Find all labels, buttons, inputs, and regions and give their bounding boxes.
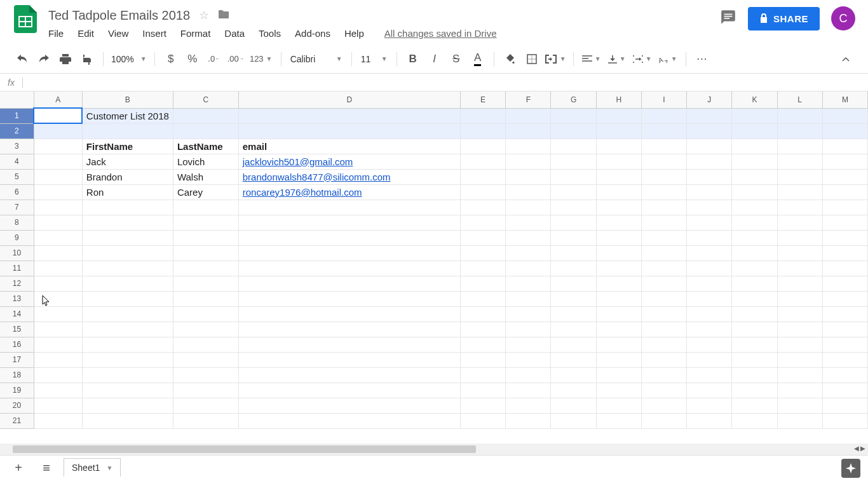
cell-C5[interactable]: Walsh <box>173 169 238 184</box>
folder-icon[interactable] <box>218 9 229 22</box>
cell-K10[interactable] <box>732 245 777 261</box>
hscroll-thumb[interactable] <box>13 445 476 453</box>
row-header-1[interactable]: 1 <box>0 108 34 123</box>
menu-data[interactable]: Data <box>224 28 245 39</box>
cell-I19[interactable] <box>641 383 686 398</box>
col-header-E[interactable]: E <box>461 92 506 108</box>
cell-A5[interactable] <box>34 169 82 184</box>
cell-B11[interactable] <box>82 261 173 276</box>
row-header-14[interactable]: 14 <box>0 306 34 322</box>
cell-I17[interactable] <box>641 352 686 367</box>
cell-C19[interactable] <box>173 383 238 398</box>
redo-button[interactable] <box>34 50 53 69</box>
cell-J5[interactable] <box>687 169 732 184</box>
cell-M21[interactable] <box>822 413 867 428</box>
cell-D21[interactable] <box>238 413 460 428</box>
row-header-21[interactable]: 21 <box>0 413 34 428</box>
cell-A10[interactable] <box>34 245 82 261</box>
cell-I10[interactable] <box>641 245 686 261</box>
cell-E7[interactable] <box>461 200 506 215</box>
cell-M9[interactable] <box>822 230 867 245</box>
cell-B14[interactable] <box>82 306 173 322</box>
cell-K17[interactable] <box>732 352 777 367</box>
cell-H3[interactable] <box>596 139 641 154</box>
cell-C4[interactable]: Lovich <box>173 154 238 169</box>
row-header-16[interactable]: 16 <box>0 337 34 352</box>
cell-M6[interactable] <box>822 184 867 200</box>
cell-J8[interactable] <box>687 215 732 230</box>
cell-H15[interactable] <box>596 322 641 337</box>
cell-B4[interactable]: Jack <box>82 154 173 169</box>
sheets-logo[interactable] <box>13 6 38 32</box>
cell-I2[interactable] <box>641 123 686 139</box>
cell-B15[interactable] <box>82 322 173 337</box>
col-header-K[interactable]: K <box>732 92 777 108</box>
cell-A13[interactable] <box>34 291 82 306</box>
cell-I21[interactable] <box>641 413 686 428</box>
dec-decrease-button[interactable]: .0← <box>205 50 224 69</box>
cell-E9[interactable] <box>461 230 506 245</box>
cell-D18[interactable] <box>238 367 460 383</box>
cell-A20[interactable] <box>34 398 82 413</box>
cell-L11[interactable] <box>777 261 822 276</box>
cell-H6[interactable] <box>596 184 641 200</box>
cell-G3[interactable] <box>551 139 596 154</box>
cell-I16[interactable] <box>641 337 686 352</box>
cell-J1[interactable] <box>687 108 732 123</box>
cell-J11[interactable] <box>687 261 732 276</box>
cell-L20[interactable] <box>777 398 822 413</box>
cell-H10[interactable] <box>596 245 641 261</box>
col-header-B[interactable]: B <box>82 92 173 108</box>
cell-L12[interactable] <box>777 276 822 291</box>
cell-I3[interactable] <box>641 139 686 154</box>
cell-F4[interactable] <box>506 154 551 169</box>
comments-icon[interactable] <box>720 9 736 28</box>
cell-B6[interactable]: Ron <box>82 184 173 200</box>
cell-M7[interactable] <box>822 200 867 215</box>
row-header-2[interactable]: 2 <box>0 123 34 139</box>
wrap-button[interactable]: ▼ <box>631 50 654 69</box>
col-header-G[interactable]: G <box>551 92 596 108</box>
cell-F18[interactable] <box>506 367 551 383</box>
cell-D9[interactable] <box>238 230 460 245</box>
cell-J17[interactable] <box>687 352 732 367</box>
cell-J18[interactable] <box>687 367 732 383</box>
cell-K4[interactable] <box>732 154 777 169</box>
cell-G13[interactable] <box>551 291 596 306</box>
cell-H19[interactable] <box>596 383 641 398</box>
cell-K9[interactable] <box>732 230 777 245</box>
avatar[interactable]: C <box>831 6 855 30</box>
cell-C18[interactable] <box>173 367 238 383</box>
cell-E11[interactable] <box>461 261 506 276</box>
cell-D5[interactable]: brandonwalsh8477@silicomm.com <box>238 169 460 184</box>
cell-B12[interactable] <box>82 276 173 291</box>
cell-H4[interactable] <box>596 154 641 169</box>
cell-F8[interactable] <box>506 215 551 230</box>
cell-L6[interactable] <box>777 184 822 200</box>
cell-A8[interactable] <box>34 215 82 230</box>
cell-K1[interactable] <box>732 108 777 123</box>
cell-I5[interactable] <box>641 169 686 184</box>
cell-D17[interactable] <box>238 352 460 367</box>
cell-J13[interactable] <box>687 291 732 306</box>
cell-K11[interactable] <box>732 261 777 276</box>
cell-L19[interactable] <box>777 383 822 398</box>
cell-F17[interactable] <box>506 352 551 367</box>
more-button[interactable]: ⋯ <box>693 50 712 69</box>
cell-B16[interactable] <box>82 337 173 352</box>
cell-E8[interactable] <box>461 215 506 230</box>
cell-G19[interactable] <box>551 383 596 398</box>
cell-J20[interactable] <box>687 398 732 413</box>
cell-H14[interactable] <box>596 306 641 322</box>
cell-I7[interactable] <box>641 200 686 215</box>
cell-M2[interactable] <box>822 123 867 139</box>
cell-M13[interactable] <box>822 291 867 306</box>
col-header-A[interactable]: A <box>34 92 82 108</box>
cell-M19[interactable] <box>822 383 867 398</box>
cell-L10[interactable] <box>777 245 822 261</box>
cell-F13[interactable] <box>506 291 551 306</box>
bold-button[interactable]: B <box>403 50 423 69</box>
cell-C8[interactable] <box>173 215 238 230</box>
add-sheet-button[interactable]: + <box>8 459 29 478</box>
cell-B18[interactable] <box>82 367 173 383</box>
